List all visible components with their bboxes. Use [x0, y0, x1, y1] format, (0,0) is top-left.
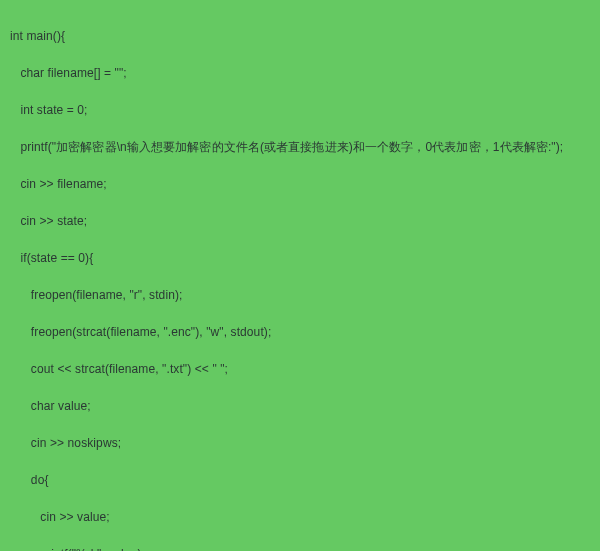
code-line: if(state == 0){	[10, 249, 590, 268]
code-line: do{	[10, 471, 590, 490]
code-line: freopen(strcat(filename, ".enc"), "w", s…	[10, 323, 590, 342]
code-line: cin >> state;	[10, 212, 590, 231]
code-line: int main(){	[10, 27, 590, 46]
code-line: cout << strcat(filename, ".txt") << " ";	[10, 360, 590, 379]
code-line: int state = 0;	[10, 101, 590, 120]
code-line: freopen(filename, "r", stdin);	[10, 286, 590, 305]
code-line: cin >> filename;	[10, 175, 590, 194]
code-line: cin >> noskipws;	[10, 434, 590, 453]
code-line: cin >> value;	[10, 508, 590, 527]
code-line: printf("%d ", value);	[10, 545, 590, 552]
code-line: char filename[] = "";	[10, 64, 590, 83]
code-block: int main(){ char filename[] = ""; int st…	[10, 8, 590, 551]
code-line: printf("加密解密器\n输入想要加解密的文件名(或者直接拖进来)和一个数字…	[10, 138, 590, 157]
code-line: char value;	[10, 397, 590, 416]
